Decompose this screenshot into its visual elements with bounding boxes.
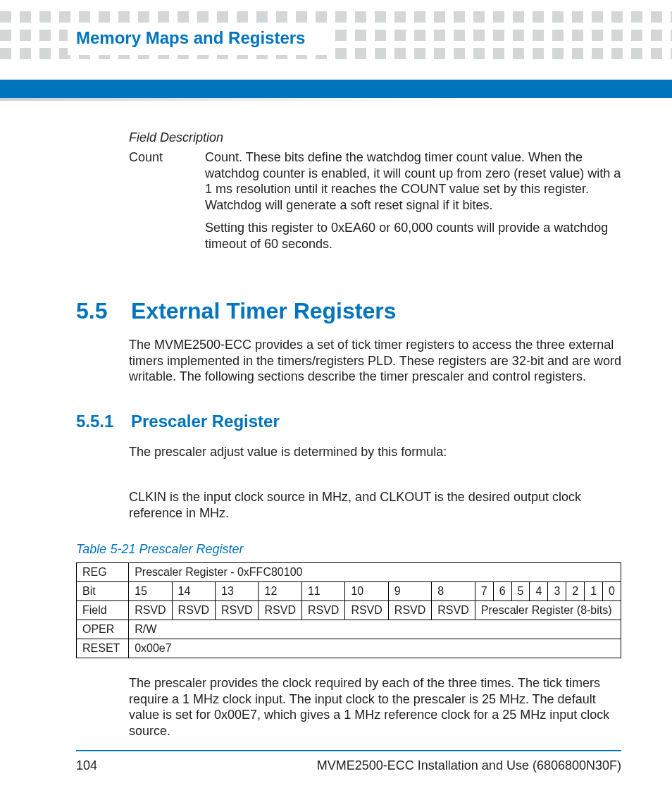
field-description-label: Field Description bbox=[129, 130, 621, 145]
bit-cell: 12 bbox=[259, 582, 301, 601]
table-row: OPER R/W bbox=[77, 620, 621, 639]
row-label: REG bbox=[77, 563, 129, 582]
field-definition: Count. These bits define the watchdog ti… bbox=[205, 149, 621, 259]
subsection-para: CLKIN is the input clock source in MHz, … bbox=[129, 489, 621, 521]
header-blue-bar bbox=[0, 80, 672, 98]
table-row: RESET 0x00e7 bbox=[77, 639, 621, 658]
table-caption: Table 5-21 Prescaler Register bbox=[76, 542, 621, 557]
page-footer: 104 MVME2500-ECC Installation and Use (6… bbox=[76, 750, 621, 773]
table-row: REG Prescaler Register - 0xFFC80100 bbox=[77, 563, 621, 582]
bit-cell: 10 bbox=[345, 582, 388, 601]
page-content: Field Description Count Count. These bit… bbox=[76, 130, 621, 749]
field-definition-para: Setting this register to 0xEA60 or 60,00… bbox=[205, 220, 621, 252]
subsection-number: 5.5.1 bbox=[76, 412, 131, 431]
field-cell: RSVD bbox=[172, 601, 215, 620]
decorative-dots-row bbox=[0, 11, 672, 23]
reset-cell: 0x00e7 bbox=[129, 639, 621, 658]
bit-cell: 6 bbox=[493, 582, 511, 601]
bit-cell: 13 bbox=[216, 582, 259, 601]
register-table: REG Prescaler Register - 0xFFC80100 Bit … bbox=[76, 562, 621, 658]
chapter-title-container: Memory Maps and Registers bbox=[68, 25, 328, 55]
table-row: Bit 15 14 13 12 11 10 9 8 7 6 5 4 3 2 1 … bbox=[77, 582, 621, 601]
bit-cell: 7 bbox=[475, 582, 493, 601]
subsection-heading: 5.5.1 Prescaler Register bbox=[76, 412, 621, 431]
bit-cell: 0 bbox=[603, 582, 621, 601]
bit-cell: 1 bbox=[585, 582, 603, 601]
bit-cell: 5 bbox=[511, 582, 530, 601]
oper-cell: R/W bbox=[129, 620, 621, 639]
field-span-cell: Prescaler Register (8-bits) bbox=[475, 601, 621, 620]
bit-cell: 11 bbox=[301, 582, 344, 601]
bit-cell: 4 bbox=[530, 582, 548, 601]
document-title: MVME2500-ECC Installation and Use (68068… bbox=[317, 758, 621, 773]
subsection-title: Prescaler Register bbox=[131, 412, 280, 431]
section-title: External Timer Registers bbox=[131, 298, 396, 324]
row-label: Bit bbox=[77, 582, 129, 601]
table-row: Field RSVD RSVD RSVD RSVD RSVD RSVD RSVD… bbox=[77, 601, 621, 620]
page-number: 104 bbox=[76, 758, 97, 773]
field-cell: RSVD bbox=[259, 601, 301, 620]
field-cell: RSVD bbox=[301, 601, 344, 620]
field-cell: RSVD bbox=[432, 601, 475, 620]
chapter-title: Memory Maps and Registers bbox=[76, 28, 305, 47]
reg-name-cell: Prescaler Register - 0xFFC80100 bbox=[129, 563, 621, 582]
field-term: Count bbox=[129, 149, 205, 259]
bit-cell: 2 bbox=[566, 582, 585, 601]
row-label: RESET bbox=[77, 639, 129, 658]
post-table-para: The prescaler provides the clock require… bbox=[129, 675, 621, 739]
field-cell: RSVD bbox=[388, 601, 431, 620]
subsection-para: The prescaler adjust value is determined… bbox=[129, 444, 621, 460]
field-cell: RSVD bbox=[129, 601, 172, 620]
bit-cell: 3 bbox=[548, 582, 566, 601]
bit-cell: 14 bbox=[172, 582, 215, 601]
section-heading: 5.5 External Timer Registers bbox=[76, 298, 621, 324]
row-label: OPER bbox=[77, 620, 129, 639]
section-number: 5.5 bbox=[76, 298, 131, 324]
field-definition-para: Count. These bits define the watchdog ti… bbox=[205, 149, 621, 213]
field-cell: RSVD bbox=[345, 601, 388, 620]
row-label: Field bbox=[77, 601, 129, 620]
bit-cell: 8 bbox=[432, 582, 475, 601]
field-cell: RSVD bbox=[216, 601, 259, 620]
bit-cell: 9 bbox=[388, 582, 431, 601]
field-description-row: Count Count. These bits define the watch… bbox=[129, 149, 621, 259]
section-intro: The MVME2500-ECC provides a set of tick … bbox=[129, 337, 621, 385]
bit-cell: 15 bbox=[129, 582, 172, 601]
